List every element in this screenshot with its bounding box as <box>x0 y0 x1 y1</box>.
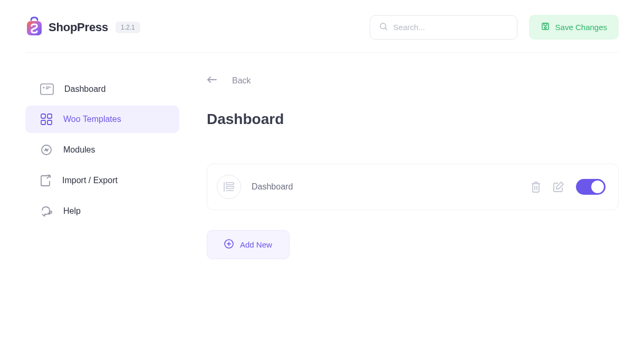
svg-point-16 <box>46 150 47 151</box>
back-link[interactable]: Back <box>207 76 251 111</box>
save-button-label: Save Changes <box>555 23 607 32</box>
sidebar-item-help[interactable]: Help <box>25 197 179 225</box>
modules-icon <box>40 144 53 156</box>
dashboard-icon <box>40 83 54 95</box>
logo-icon <box>25 16 43 39</box>
page-title: Dashboard <box>207 111 619 128</box>
brand: ShopPress 1.2.1 <box>25 16 140 39</box>
brand-name: ShopPress <box>49 21 108 34</box>
svg-rect-12 <box>41 120 45 125</box>
svg-line-2 <box>385 28 387 30</box>
svg-rect-20 <box>226 183 234 185</box>
sidebar-item-label: Import / Export <box>62 176 118 185</box>
header: ShopPress 1.2.1 <box>25 0 619 53</box>
sidebar-item-label: Dashboard <box>64 84 105 94</box>
import-export-icon <box>40 174 52 187</box>
sidebar-item-label: Woo Templates <box>63 115 121 124</box>
template-card: Dashboard <box>207 164 619 210</box>
help-icon <box>40 205 53 217</box>
plus-circle-icon <box>224 239 234 250</box>
svg-rect-10 <box>41 114 45 118</box>
edit-button[interactable] <box>553 181 564 193</box>
svg-rect-21 <box>226 186 234 188</box>
add-new-button[interactable]: Add New <box>207 230 290 259</box>
main-content: Back Dashboard Dashboard <box>179 76 619 259</box>
save-changes-button[interactable]: Save Changes <box>529 15 619 40</box>
svg-point-7 <box>43 87 45 89</box>
sidebar-item-woo-templates[interactable]: Woo Templates <box>25 106 179 133</box>
search-input[interactable] <box>393 23 508 32</box>
svg-point-17 <box>50 211 52 213</box>
version-badge: 1.2.1 <box>116 22 140 33</box>
svg-rect-13 <box>47 120 52 125</box>
svg-rect-4 <box>544 23 547 25</box>
template-type-icon <box>217 175 241 199</box>
arrow-left-icon <box>207 76 217 86</box>
sidebar: Dashboard Woo Templates <box>25 76 179 259</box>
sidebar-item-label: Modules <box>63 145 95 155</box>
add-new-label: Add New <box>240 240 272 249</box>
delete-button[interactable] <box>531 181 541 193</box>
sidebar-item-dashboard[interactable]: Dashboard <box>25 76 179 102</box>
search-box[interactable] <box>370 15 517 40</box>
svg-rect-6 <box>41 84 53 94</box>
back-label: Back <box>232 76 251 86</box>
sidebar-item-modules[interactable]: Modules <box>25 136 179 164</box>
sidebar-item-import-export[interactable]: Import / Export <box>25 167 179 194</box>
save-icon <box>541 22 550 33</box>
template-toggle[interactable] <box>576 179 605 195</box>
svg-rect-11 <box>47 114 52 118</box>
svg-point-1 <box>380 23 386 29</box>
template-name: Dashboard <box>252 182 293 192</box>
search-icon <box>379 22 388 33</box>
svg-point-5 <box>544 26 546 29</box>
sidebar-item-label: Help <box>63 206 81 216</box>
templates-icon <box>40 113 53 126</box>
